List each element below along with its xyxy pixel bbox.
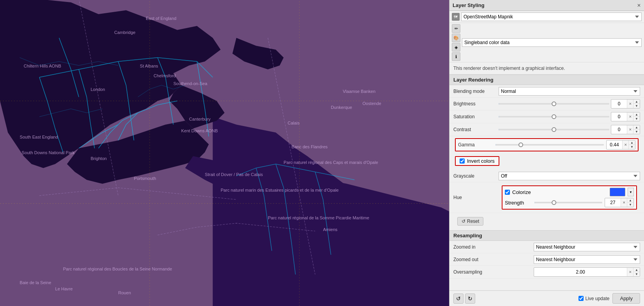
map-layer-icon: 🗺 — [452, 13, 460, 21]
strength-label: Strength — [505, 200, 532, 206]
undo-button[interactable]: ↺ — [453, 294, 464, 304]
map-canvas[interactable]: London Cambridge East of England St Alba… — [0, 0, 449, 306]
gamma-label: Gamma — [458, 142, 493, 148]
contrast-clear[interactable]: ✕ — [627, 125, 633, 134]
saturation-clear[interactable]: ✕ — [627, 112, 633, 121]
renderer-select[interactable]: Singleband color data — [462, 38, 642, 47]
panel-title: Layer Styling — [453, 2, 485, 8]
info-icon-btn[interactable]: ℹ — [452, 52, 460, 61]
gamma-up[interactable]: ▲ — [629, 141, 635, 145]
brightness-arrows: ▲ ▼ — [633, 100, 640, 108]
svg-text:South East England: South East England — [20, 135, 58, 139]
contrast-down[interactable]: ▼ — [633, 130, 640, 134]
svg-text:East of England: East of England — [146, 16, 176, 21]
panel-close-button[interactable]: ✕ — [637, 3, 641, 8]
live-update-label[interactable]: Live update — [579, 296, 609, 301]
gamma-value[interactable] — [607, 141, 622, 148]
hue-control: Colorize ▼ Strength ✕ ▲ ▼ — [499, 184, 640, 211]
svg-text:Cambridge: Cambridge — [114, 30, 135, 35]
brightness-control: ✕ ▲ ▼ — [499, 99, 640, 109]
gamma-clear[interactable]: ✕ — [622, 141, 628, 149]
brightness-clear[interactable]: ✕ — [627, 100, 633, 108]
reset-section: ↺ Reset — [449, 213, 644, 230]
contrast-up[interactable]: ▲ — [633, 125, 640, 130]
brightness-slider[interactable] — [499, 103, 609, 105]
panel-header: Layer Styling ✕ — [449, 0, 644, 11]
grayscale-row: Grayscale Off — [449, 170, 644, 182]
saturation-control: ✕ ▲ ▼ — [499, 112, 640, 121]
reset-label: Reset — [467, 219, 479, 224]
svg-text:Vlaamse Banken: Vlaamse Banken — [343, 89, 375, 94]
svg-text:Southend-on-Sea: Southend-on-Sea — [173, 81, 208, 86]
gamma-down[interactable]: ▼ — [629, 145, 635, 149]
gamma-section: Gamma ✕ ▲ ▼ — [449, 136, 644, 153]
svg-text:Dunkerque: Dunkerque — [331, 105, 352, 110]
layer-rendering-section-title: Layer Rendering — [449, 75, 644, 85]
brightness-down[interactable]: ▼ — [633, 104, 640, 108]
reset-button[interactable]: ↺ Reset — [457, 217, 483, 226]
oversampling-clear[interactable]: ✕ — [627, 268, 633, 276]
saturation-up[interactable]: ▲ — [633, 112, 640, 117]
blending-mode-control: Normal — [499, 87, 640, 96]
saturation-down[interactable]: ▼ — [633, 117, 640, 121]
gamma-slider[interactable] — [495, 144, 604, 146]
svg-text:Strait of Dover / Pas de Calai: Strait of Dover / Pas de Calais — [205, 172, 263, 177]
palette-icon-btn[interactable]: 🎨 — [452, 34, 460, 42]
oversampling-arrows: ▲ ▼ — [633, 268, 640, 276]
contrast-slider[interactable] — [499, 129, 609, 130]
svg-text:Rouen: Rouen — [118, 290, 131, 295]
svg-text:Brighton: Brighton — [90, 156, 106, 161]
invert-colors-row: Invert colors — [455, 156, 499, 166]
saturation-slider[interactable] — [499, 116, 609, 117]
redo-button[interactable]: ↻ — [465, 294, 475, 304]
oversampling-up[interactable]: ▲ — [633, 268, 640, 272]
oversampling-row: Oversampling ✕ ▲ ▼ — [449, 266, 644, 279]
svg-text:Parc naturel régional des Caps: Parc naturel régional des Caps et marais… — [284, 160, 378, 165]
oversampling-value[interactable] — [534, 269, 627, 276]
colorize-row: Colorize ▼ — [505, 188, 634, 196]
brightness-up[interactable]: ▲ — [633, 100, 640, 104]
apply-button[interactable]: Apply — [612, 293, 640, 304]
invert-colors-checkbox[interactable] — [460, 158, 465, 164]
zoomed-out-row: Zoomed out Nearest Neighbour Bilinear Cu… — [449, 253, 644, 266]
svg-text:London: London — [90, 87, 105, 92]
zoomed-in-select[interactable]: Nearest Neighbour Bilinear Cubic — [534, 243, 640, 251]
svg-text:Chelmsford: Chelmsford — [154, 73, 176, 78]
svg-text:Calais: Calais — [288, 121, 300, 125]
saturation-value[interactable] — [611, 113, 627, 120]
hue-label: Hue — [453, 195, 496, 200]
transparency-icon-btn[interactable]: ◈ — [452, 43, 460, 52]
oversampling-down[interactable]: ▼ — [633, 272, 640, 276]
strength-value[interactable] — [605, 199, 621, 206]
hue-color-dropdown[interactable]: ▼ — [628, 188, 634, 196]
grayscale-select[interactable]: Off — [499, 172, 640, 180]
colorize-checkbox[interactable] — [505, 190, 510, 195]
grayscale-label: Grayscale — [453, 173, 496, 179]
hue-box: Colorize ▼ Strength ✕ ▲ ▼ — [502, 185, 637, 210]
panel-footer: ↺ ↻ Live update Apply — [449, 290, 644, 306]
strength-down[interactable]: ▼ — [627, 203, 633, 207]
strength-row: Strength ✕ ▲ ▼ — [505, 198, 634, 207]
brightness-value[interactable] — [611, 100, 627, 107]
reset-icon: ↺ — [462, 219, 465, 224]
hue-color-swatch[interactable] — [610, 188, 625, 196]
blending-mode-select[interactable]: Normal — [499, 87, 640, 96]
invert-colors-label: Invert colors — [467, 158, 495, 164]
pencil-icon-btn[interactable]: ✏ — [452, 24, 460, 33]
zoomed-in-row: Zoomed in Nearest Neighbour Bilinear Cub… — [449, 241, 644, 253]
invert-colors-section: Invert colors — [449, 153, 644, 170]
svg-text:Parc naturel régional des Bouc: Parc naturel régional des Boucles de la … — [63, 267, 172, 271]
brightness-label: Brightness — [453, 101, 496, 107]
live-update-checkbox[interactable] — [579, 296, 584, 301]
zoomed-out-select[interactable]: Nearest Neighbour Bilinear Cubic — [534, 255, 640, 264]
hue-row: Hue Colorize ▼ Strength ✕ — [449, 182, 644, 213]
contrast-value[interactable] — [611, 126, 627, 133]
layer-styling-panel: Layer Styling ✕ 🗺 OpenStreetMap Mapnik ✏… — [449, 0, 644, 306]
strength-clear[interactable]: ✕ — [621, 198, 627, 207]
layer-select[interactable]: OpenStreetMap Mapnik — [461, 12, 642, 21]
svg-text:Oostende: Oostende — [363, 101, 381, 106]
strength-up[interactable]: ▲ — [627, 198, 633, 203]
redo-icon: ↻ — [468, 295, 472, 302]
strength-slider[interactable] — [534, 202, 602, 203]
live-update-text: Live update — [585, 296, 609, 301]
